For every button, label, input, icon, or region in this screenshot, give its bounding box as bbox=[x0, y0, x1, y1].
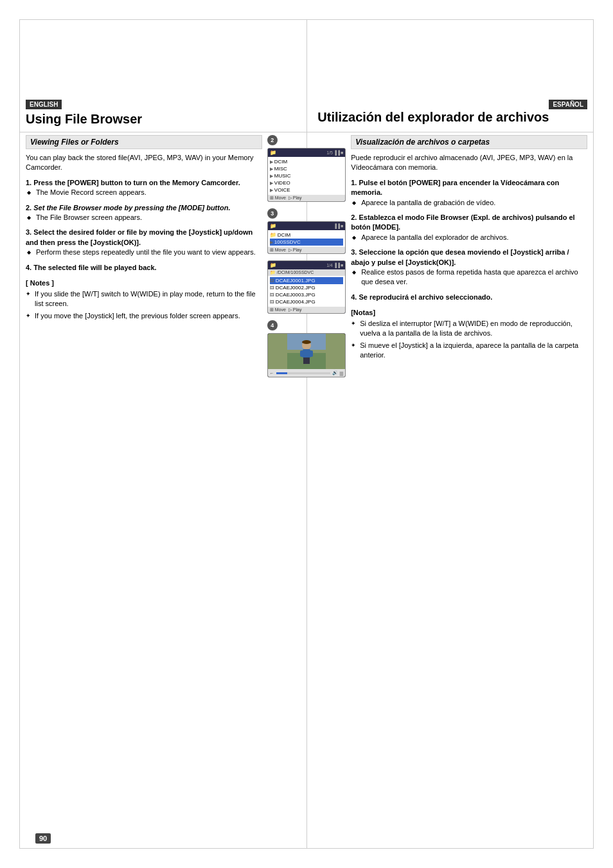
english-step-3-title: 3. Select the desired folder or file by … bbox=[26, 228, 262, 248]
file-0002: 🖼 DCAEJ0002.JPG bbox=[270, 284, 343, 291]
espanol-step-1-title: 1. Pulse el botón [POWER] para encender … bbox=[351, 178, 587, 198]
screen3-header: 📁 ▐▐■ bbox=[268, 222, 345, 230]
english-badge: ENGLISH bbox=[26, 100, 62, 109]
folder-dcim: ▶ DCIM bbox=[270, 158, 343, 165]
espanol-step-2-title: 2. Establezca el modo File Browser (Expl… bbox=[351, 213, 587, 233]
english-main-title: Using File Browser bbox=[26, 112, 278, 127]
folder-100ssdvc: ▶ 100SSDVC bbox=[270, 239, 343, 246]
english-step-4-title: 4. The selected file will be played back… bbox=[26, 263, 262, 273]
playback-image-area bbox=[268, 334, 345, 369]
english-step-1: 1. Press the [POWER] button to turn on t… bbox=[26, 178, 262, 198]
english-note-2: If you move the [Joystick] left, the pre… bbox=[26, 311, 262, 321]
english-intro: You can play back the stored file(AVI, J… bbox=[26, 153, 262, 173]
english-column: Viewing Files or Folders You can play ba… bbox=[26, 135, 267, 377]
espanol-notes: [Notas] Si desliza el interruptor [W/T] … bbox=[351, 309, 587, 361]
screen3-footer: ⊞ Move▷ Play bbox=[268, 247, 345, 253]
espanol-main-title: Utilización del explorador de archivos bbox=[296, 110, 587, 125]
espanol-column: Visualización de archivos o carpetas Pue… bbox=[346, 135, 587, 377]
english-step-4: 4. The selected file will be played back… bbox=[26, 263, 262, 273]
english-section-header: Viewing Files or Folders bbox=[26, 135, 262, 149]
screenshot-step3b-wrapper: 📁 1/4▐▐■ 📁 /DCIM/100SSDVC 🖼 DCAEJ0001.JP… bbox=[267, 260, 346, 316]
espanol-step-4-title: 4. Se reproducirá el archivo seleccionad… bbox=[351, 293, 587, 302]
espanol-step-3: 3. Seleccione la opción que desea movien… bbox=[351, 248, 587, 287]
screenshot-step3-wrapper: 3 📁 ▐▐■ 📁 DCIM ▶ 100SSDVC bbox=[267, 208, 346, 257]
folder-misc: ▶ MISC bbox=[270, 165, 343, 172]
step-4-circle: 4 bbox=[267, 320, 278, 330]
screen2-header: 📁 1/5▐▐■ bbox=[268, 149, 345, 157]
main-content: Viewing Files or Folders You can play ba… bbox=[26, 135, 587, 833]
file-0003: 🖼 DCAEJ0003.JPG bbox=[270, 291, 343, 298]
svg-rect-7 bbox=[303, 357, 306, 364]
english-note-1: If you slide the [W/T] switch to W(WIDE)… bbox=[26, 289, 262, 309]
screen3-indicators: ▐▐■ bbox=[333, 224, 343, 228]
svg-rect-5 bbox=[300, 350, 304, 357]
title-left-block: ENGLISH Using File Browser bbox=[26, 100, 278, 127]
screen3b-footer: ⊞ Move▷ Play bbox=[268, 307, 345, 313]
screen2-footer: ⊞ Move▷ Play bbox=[268, 195, 345, 201]
folder-music: ▶ MUSIC bbox=[270, 172, 343, 179]
english-step-2-title: 2. Set the File Browser mode by pressing… bbox=[26, 203, 262, 213]
screenshot-step4-wrapper: 4 bbox=[267, 320, 346, 377]
screen3b-indicators: 1/4▐▐■ bbox=[326, 263, 343, 267]
screen2-indicators: 1/5▐▐■ bbox=[326, 150, 343, 155]
svg-rect-8 bbox=[306, 357, 310, 364]
screen3-body: 📁 DCIM ▶ 100SSDVC bbox=[268, 230, 345, 247]
screenshot-step2-wrapper: 2 📁 1/5▐▐■ ▶ DCIM ▶ MISC ▶ MUSIC bbox=[267, 135, 346, 204]
screenshots-column: 2 📁 1/5▐▐■ ▶ DCIM ▶ MISC ▶ MUSIC bbox=[267, 135, 346, 377]
page: ENGLISH Using File Browser ESPAÑOL Utili… bbox=[0, 0, 613, 868]
step-3-circle: 3 bbox=[267, 208, 278, 219]
file-0004: 🖼 DCAEJ0004.JPG bbox=[270, 298, 343, 305]
folder-dcim-parent: 📁 DCIM bbox=[270, 231, 343, 239]
espanol-step-2: 2. Establezca el modo File Browser (Expl… bbox=[351, 213, 587, 242]
english-step-2: 2. Set the File Browser mode by pressing… bbox=[26, 203, 262, 223]
english-step-1-title: 1. Press the [POWER] button to turn on t… bbox=[26, 178, 262, 188]
folder-video: ▶ VIDEO bbox=[270, 179, 343, 186]
svg-point-9 bbox=[302, 340, 311, 344]
espanol-step-1: 1. Pulse el botón [POWER] para encender … bbox=[351, 178, 587, 208]
title-right-block: ESPAÑOL Utilización del explorador de ar… bbox=[296, 100, 587, 125]
horizontal-divider bbox=[19, 132, 594, 132]
espanol-intro: Puede reproducir el archivo almacenado (… bbox=[351, 153, 587, 173]
page-number: 90 bbox=[35, 833, 51, 844]
screenshot-step2: 📁 1/5▐▐■ ▶ DCIM ▶ MISC ▶ MUSIC ▶ VIDEO ▶… bbox=[267, 148, 346, 202]
english-step-3: 3. Select the desired folder or file by … bbox=[26, 228, 262, 257]
screenshot-step4: ← 🔊||| bbox=[267, 333, 346, 377]
english-notes: [ Notes ] If you slide the [W/T] switch … bbox=[26, 279, 262, 321]
espanol-note-1: Si desliza el interruptor [W/T] a W(WIDE… bbox=[351, 319, 587, 339]
espanol-step-1-bullet: Aparece la pantalla de grabación de víde… bbox=[351, 198, 587, 208]
espanol-section-header: Visualización de archivos o carpetas bbox=[351, 135, 587, 149]
espanol-notes-title: [Notas] bbox=[351, 309, 587, 316]
espanol-step-2-bullet: Aparece la pantalla del explorador de ar… bbox=[351, 233, 587, 242]
screen3b-header: 📁 1/4▐▐■ bbox=[268, 261, 345, 269]
two-col-layout: Viewing Files or Folders You can play ba… bbox=[26, 135, 587, 377]
playback-toolbar: ← 🔊||| bbox=[268, 369, 345, 377]
english-notes-title: [ Notes ] bbox=[26, 279, 262, 287]
espanol-step-3-title: 3. Seleccione la opción que desea movien… bbox=[351, 248, 587, 267]
screen3b-path: 📁 /DCIM/100SSDVC bbox=[268, 269, 345, 276]
screenshot-step3b: 📁 1/4▐▐■ 📁 /DCIM/100SSDVC 🖼 DCAEJ0001.JP… bbox=[267, 260, 346, 314]
svg-rect-6 bbox=[309, 350, 313, 357]
playback-illustration bbox=[287, 334, 326, 369]
step-2-circle: 2 bbox=[267, 135, 278, 145]
screen3b-body: 🖼 DCAEJ0001.JPG 🖼 DCAEJ0002.JPG 🖼 DCAEJ0… bbox=[268, 276, 345, 307]
english-step-1-bullet: The Movie Record screen appears. bbox=[26, 188, 262, 197]
english-step-3-bullet: Perform these steps repeatedly until the… bbox=[26, 248, 262, 257]
espanol-note-2: Si mueve el [Joystick] a la izquierda, a… bbox=[351, 341, 587, 361]
espanol-step-3-bullet: Realice estos pasos de forma repetida ha… bbox=[351, 267, 587, 287]
file-0001: 🖼 DCAEJ0001.JPG bbox=[270, 277, 343, 284]
espanol-step-4: 4. Se reproducirá el archivo seleccionad… bbox=[351, 293, 587, 302]
espanol-badge: ESPAÑOL bbox=[549, 100, 587, 109]
screenshot-step3: 📁 ▐▐■ 📁 DCIM ▶ 100SSDVC ⊞ Move▷ Play bbox=[267, 221, 346, 254]
folder-voice: ▶ VOICE bbox=[270, 186, 343, 194]
english-step-2-bullet: The File Browser screen appears. bbox=[26, 213, 262, 222]
screen2-body: ▶ DCIM ▶ MISC ▶ MUSIC ▶ VIDEO ▶ VOICE bbox=[268, 157, 345, 195]
